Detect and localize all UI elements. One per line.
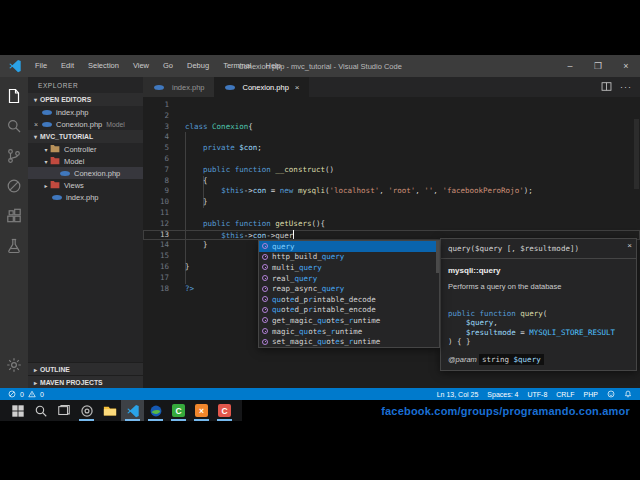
code-line-4: 4 — [143, 132, 640, 143]
code-token — [448, 328, 466, 337]
suggest-text: ot — [308, 327, 317, 336]
autocomplete-widget: queryhttp_build_querymulti_queryreal_que… — [258, 240, 440, 348]
more-actions-icon[interactable]: ··· — [620, 82, 632, 92]
open-editor-item[interactable]: index.php — [28, 106, 143, 118]
suggest-text: intable_encode — [313, 305, 376, 314]
section-maven-projects[interactable]: ▸MAVEN PROJECTS — [28, 375, 143, 388]
suggest-text: set_magic_ — [272, 337, 317, 346]
project-section: ▾MVC_TUTORIAL▾Controller▾ModelConexion.p… — [28, 130, 143, 203]
tab-bar: index.phpConexion.php×··· — [143, 77, 640, 97]
menu-view[interactable]: View — [126, 55, 156, 77]
param-type: string — [482, 355, 509, 364]
method-icon — [262, 254, 268, 260]
app-badge: × — [195, 404, 208, 417]
debug-icon[interactable] — [2, 171, 26, 201]
maximize-button[interactable]: ❐ — [584, 55, 612, 77]
suggest-item-multi_query[interactable]: multi_query — [259, 262, 439, 273]
tree-item-label: index.php — [66, 193, 99, 202]
minimize-button[interactable]: – — [556, 55, 584, 77]
code-line-10: 10 } — [143, 197, 640, 208]
problems-status[interactable]: 0 0 — [8, 390, 44, 398]
explorer-icon[interactable] — [2, 81, 26, 111]
tree-item-views[interactable]: ▸Views — [28, 179, 143, 191]
line-number: 18 — [143, 284, 169, 295]
tree-item-index-php[interactable]: index.php — [28, 191, 143, 203]
taskbar-xampp-icon[interactable]: × — [190, 400, 213, 421]
tab-close-icon[interactable]: × — [295, 83, 300, 92]
taskbar-camtasia-icon[interactable]: C — [167, 400, 190, 421]
tab-index-php[interactable]: index.php — [143, 77, 214, 97]
menu-file[interactable]: File — [28, 55, 54, 77]
suggest-item-set_magic_quotes_runtime[interactable]: set_magic_quotes_runtime — [259, 336, 439, 347]
extensions-icon[interactable] — [2, 201, 26, 231]
tab-conexion-php[interactable]: Conexion.php× — [214, 77, 309, 97]
code-token — [185, 143, 203, 152]
code-token: MYSQLI_STORE_RESULT — [529, 328, 615, 337]
close-button[interactable]: × — [612, 55, 640, 77]
suggest-text: http_build_ — [272, 252, 322, 261]
tab-label: index.php — [172, 83, 205, 92]
taskbar-search-icon[interactable] — [29, 400, 52, 421]
open-editors-label: OPEN EDITORS — [40, 96, 91, 103]
code-token: { — [248, 122, 253, 131]
menu-help[interactable]: Help — [258, 55, 287, 77]
feedback-smiley-icon[interactable] — [607, 390, 615, 398]
open-editors-header[interactable]: ▾OPEN EDITORS — [28, 93, 143, 106]
menu-terminal[interactable]: Terminal — [216, 55, 258, 77]
code-token: } — [185, 240, 208, 249]
suggest-item-real_query[interactable]: real_query — [259, 273, 439, 284]
menu-edit[interactable]: Edit — [54, 55, 81, 77]
taskbar-red-app-icon[interactable]: C — [213, 400, 236, 421]
section-outline[interactable]: ▸OUTLINE — [28, 362, 143, 375]
suggest-item-get_magic_quotes_runtime[interactable]: get_magic_quotes_runtime — [259, 315, 439, 326]
close-icon[interactable]: × — [32, 121, 40, 128]
tree-item-conexion-php[interactable]: Conexion.php — [28, 167, 143, 179]
encoding[interactable]: UTF-8 — [527, 391, 547, 398]
taskbar-file-explorer-icon[interactable] — [98, 400, 121, 421]
suggest-item-magic_quotes_runtime[interactable]: magic_quotes_runtime — [259, 326, 439, 337]
tree-item-controller[interactable]: ▾Controller — [28, 143, 143, 155]
suggest-item-quoted_printable_decode[interactable]: quoted_printable_decode — [259, 294, 439, 305]
taskbar-task-view-icon[interactable] — [52, 400, 75, 421]
code-line-9: 9 $this->con = new mysqli('localhost', '… — [143, 186, 640, 197]
code-token: } — [185, 262, 190, 271]
code-token: $resultmode — [466, 328, 516, 337]
php-file-icon — [60, 171, 70, 176]
docs-close-icon[interactable]: × — [627, 241, 632, 250]
menu-debug[interactable]: Debug — [180, 55, 216, 77]
language-mode[interactable]: PHP — [584, 391, 598, 398]
menu-go[interactable]: Go — [156, 55, 180, 77]
code-token: ( — [543, 309, 548, 318]
open-editor-item[interactable]: ×Conexion.phpModel — [28, 118, 143, 130]
menu-selection[interactable]: Selection — [81, 55, 126, 77]
code-token: quer — [275, 231, 293, 240]
source-control-icon[interactable] — [2, 141, 26, 171]
eol[interactable]: CRLF — [556, 391, 574, 398]
code-token: 'localhost' — [330, 186, 380, 195]
taskbar-globe-app-icon[interactable] — [144, 400, 167, 421]
notifications-bell-icon[interactable] — [624, 390, 632, 398]
suggest-item-quoted_printable_encode[interactable]: quoted_printable_encode — [259, 305, 439, 316]
suggest-text: reap_async_ — [272, 284, 322, 293]
split-editor-icon[interactable] — [601, 78, 612, 96]
suggest-item-http_build_query[interactable]: http_build_query — [259, 252, 439, 263]
suggest-item-reap_async_query[interactable]: reap_async_query — [259, 283, 439, 294]
taskbar-start-icon[interactable] — [6, 400, 29, 421]
test-icon[interactable] — [2, 231, 26, 261]
line-number: 7 — [143, 165, 169, 176]
taskbar-recorder-icon[interactable] — [75, 400, 98, 421]
tree-item-model[interactable]: ▾Model — [28, 155, 143, 167]
taskbar-vscode-icon[interactable] — [121, 400, 144, 421]
suggest-text: qu — [317, 316, 326, 325]
chevron-right-icon: ▸ — [42, 182, 50, 189]
suggest-text: qu — [272, 305, 281, 314]
code-token: function — [235, 219, 271, 228]
folder-icon — [50, 144, 64, 155]
cursor-position[interactable]: Ln 13, Col 25 — [437, 391, 479, 398]
suggest-scrollbar[interactable] — [436, 241, 439, 273]
project-header[interactable]: ▾MVC_TUTORIAL — [28, 130, 143, 143]
settings-icon[interactable] — [2, 350, 26, 380]
search-icon[interactable] — [2, 111, 26, 141]
indentation[interactable]: Spaces: 4 — [487, 391, 518, 398]
suggest-item-query[interactable]: query — [259, 241, 439, 252]
